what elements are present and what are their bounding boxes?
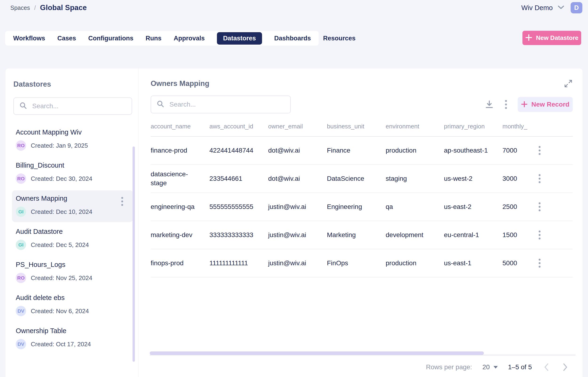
table-cell: datascience-stage [151, 170, 209, 188]
column-header[interactable]: monthly_ [502, 123, 538, 130]
rows-per-page-select[interactable]: 20 [482, 363, 498, 371]
table-row[interactable]: datascience-stage 233544661 dot@wiv.ai D… [151, 165, 573, 193]
status-badge: RO [16, 140, 26, 151]
new-datastore-button[interactable]: New Datastore [522, 31, 581, 45]
list-item[interactable]: Audit delete ebs DV Created: Nov 6, 2024 [12, 290, 133, 321]
table-cell: 233544661 [209, 174, 268, 183]
datastore-name: Account Mapping Wiv [16, 129, 129, 136]
plus-icon [521, 101, 528, 108]
table-cell: marketing-dev [151, 231, 209, 239]
column-header[interactable]: environment [386, 123, 444, 130]
list-item[interactable]: PS_Hours_Logs RO Created: Nov 25, 2024 [12, 257, 133, 288]
tab-approvals[interactable]: Approvals [174, 35, 205, 42]
table-row[interactable]: engineering-qa 555555555555 justin@wiv.a… [151, 193, 573, 221]
expand-icon[interactable] [564, 79, 573, 88]
list-item-selected[interactable]: Owners Mapping GI Created: Dec 10, 2024 [12, 190, 133, 222]
horizontal-scrollbar[interactable] [150, 351, 484, 355]
tab-dashboards[interactable]: Dashboards [274, 35, 311, 42]
row-kebab-menu-icon[interactable] [538, 173, 541, 184]
table-cell: 5000 [502, 259, 538, 268]
tab-bar: Workflows Cases Configurations Runs Appr… [5, 31, 319, 46]
table-cell: finops-prod [151, 259, 209, 268]
table-row[interactable]: finance-prod 422441448744 dot@wiv.ai Fin… [151, 137, 573, 165]
table-cell: eu-central-1 [444, 231, 502, 239]
avatar[interactable]: D [571, 2, 582, 13]
table-cell: justin@wiv.ai [268, 231, 327, 239]
chevron-left-icon[interactable] [542, 362, 551, 373]
table-cell: 3000 [502, 174, 538, 183]
pagination-range: 1–5 of 5 [508, 363, 532, 371]
sidebar-search-input[interactable] [32, 102, 126, 110]
table-cell: us-west-2 [444, 174, 502, 183]
workspace-name: Wiv Demo [521, 4, 553, 12]
search-icon [157, 100, 164, 109]
datastore-title: Owners Mapping [151, 79, 209, 88]
top-bar: Spaces / Global Space Wiv Demo D [0, 0, 588, 15]
table-cell: Finance [327, 146, 386, 155]
table-row[interactable]: marketing-dev 333333333333 justin@wiv.ai… [151, 221, 573, 249]
sidebar-title: Datastores [13, 80, 138, 89]
list-item[interactable]: Account Mapping Wiv RO Created: Jan 9, 2… [12, 124, 133, 156]
status-badge: RO [16, 273, 26, 283]
column-header[interactable]: primary_region [444, 123, 502, 130]
status-badge: GI [16, 240, 26, 250]
table-search-input[interactable] [169, 101, 285, 108]
table-cell: ap-southeast-1 [444, 146, 502, 155]
records-table: account_name aws_account_id owner_email … [151, 123, 573, 277]
datastore-name: PS_Hours_Logs [16, 261, 129, 269]
sidebar-scrollbar[interactable] [133, 146, 135, 362]
datastore-detail-panel: Owners Mapping [138, 68, 583, 377]
datastore-name: Audit delete ebs [16, 294, 129, 302]
breadcrumb-separator: / [34, 4, 36, 11]
tab-runs[interactable]: Runs [146, 35, 162, 42]
table-cell: us-east-1 [444, 259, 502, 268]
table-row[interactable]: finops-prod 111111111111 justin@wiv.ai F… [151, 249, 573, 277]
row-kebab-menu-icon[interactable] [538, 258, 541, 269]
page-title: Global Space [40, 3, 87, 12]
table-cell: 2500 [502, 202, 538, 211]
status-badge: DV [16, 306, 26, 316]
created-date: Created: Nov 6, 2024 [31, 307, 89, 315]
table-cell: development [386, 231, 444, 239]
breadcrumb-spaces[interactable]: Spaces [10, 4, 30, 11]
list-item[interactable]: Ownership Table DV Created: Oct 17, 2024 [12, 323, 133, 354]
tab-resources[interactable]: Resources [323, 35, 356, 42]
datastores-sidebar: Datastores Account Mapping Wiv RO Create… [5, 68, 138, 377]
tab-datastores[interactable]: Datastores [217, 32, 262, 45]
table-cell: justin@wiv.ai [268, 202, 327, 211]
search-icon [20, 102, 27, 110]
tab-cases[interactable]: Cases [57, 35, 76, 42]
created-date: Created: Dec 30, 2024 [31, 175, 92, 182]
column-header[interactable]: owner_email [268, 123, 327, 130]
row-kebab-menu-icon[interactable] [538, 201, 541, 212]
created-date: Created: Dec 5, 2024 [31, 241, 89, 248]
kebab-menu-icon[interactable] [504, 99, 508, 110]
chevron-right-icon[interactable] [561, 362, 569, 373]
column-header[interactable]: aws_account_id [209, 123, 268, 130]
table-cell: FinOps [327, 259, 386, 268]
download-icon[interactable] [484, 100, 494, 109]
table-cell: qa [386, 202, 444, 211]
content-card: Datastores Account Mapping Wiv RO Create… [5, 68, 583, 377]
list-item[interactable]: Billing_Discount RO Created: Dec 30, 202… [12, 157, 133, 189]
list-item[interactable]: Audit Datastore GI Created: Dec 5, 2024 [12, 224, 133, 255]
kebab-menu-icon[interactable] [120, 196, 124, 207]
table-cell: 333333333333 [209, 231, 268, 239]
table-cell: Engineering [327, 202, 386, 211]
table-cell: production [386, 146, 444, 155]
status-badge: RO [16, 174, 26, 184]
row-kebab-menu-icon[interactable] [538, 145, 541, 156]
new-record-button[interactable]: New Record [518, 97, 573, 112]
column-header[interactable]: business_unit [327, 123, 386, 130]
tab-configurations[interactable]: Configurations [88, 35, 134, 42]
rows-per-page-value: 20 [482, 363, 490, 371]
table-cell: Marketing [327, 231, 386, 239]
datastore-name: Ownership Table [16, 327, 129, 335]
table-cell: 111111111111 [209, 259, 268, 268]
datastore-name: Billing_Discount [16, 162, 129, 169]
column-header[interactable]: account_name [151, 123, 209, 130]
workspace-selector[interactable]: Wiv Demo [521, 4, 564, 12]
sidebar-search [13, 97, 132, 115]
tab-workflows[interactable]: Workflows [13, 35, 45, 42]
row-kebab-menu-icon[interactable] [538, 230, 541, 240]
